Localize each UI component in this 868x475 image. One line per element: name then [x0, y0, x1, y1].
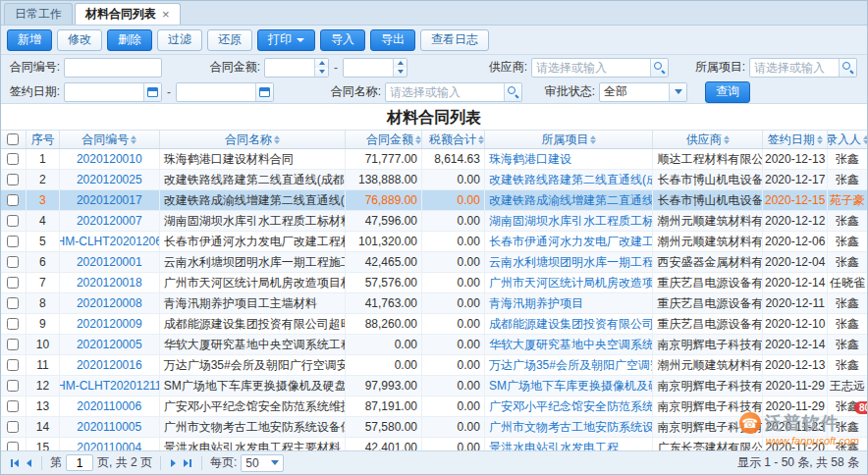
table-row[interactable]: 4 2020120007 湖南固湖坝水库引水工程质工标材料合同 47,596.0… [1, 211, 867, 232]
cell-project-link[interactable]: 华软大厦研究基地中央空调系统工程 [485, 335, 654, 354]
table-row[interactable]: 2 2020120025 改建铁路线路建第二线直通线(成都-西安)电... 13… [1, 170, 867, 190]
toolbar-button-edit[interactable]: 修改 [57, 29, 102, 51]
table-row[interactable]: 12 HM-CLHT20201211 SM广场地下车库更换摄像机及硬盘项目主要.… [1, 376, 867, 396]
cell-project-link[interactable]: 珠海鹤港口建设 [485, 149, 654, 169]
row-checkbox[interactable] [7, 442, 19, 450]
toolbar-button-print[interactable]: 打印 [257, 29, 315, 51]
cell-project-link[interactable]: 云南水利塘坝团明水库一期工程施工标 [485, 252, 654, 272]
search-button[interactable]: 查询 [705, 81, 750, 103]
table-row[interactable]: 7 2020120018 广州市天河区统计局机房改造项目材料合同 57,576.… [1, 273, 867, 293]
close-tab-icon[interactable]: × [162, 8, 170, 21]
sign-date-from-trigger[interactable] [143, 83, 161, 101]
toolbar-button-delete[interactable]: 删除 [107, 29, 152, 51]
column-header-name[interactable]: 合同名称 [160, 131, 347, 148]
spinner-up-icon[interactable] [315, 59, 328, 68]
cell-contract-code-link[interactable]: 2020120001 [60, 252, 160, 272]
row-checkbox[interactable] [7, 318, 19, 330]
spinner-down-icon[interactable] [315, 68, 328, 77]
row-checkbox[interactable] [7, 236, 19, 247]
row-checkbox[interactable] [7, 421, 19, 433]
cell-contract-code-link[interactable]: HM-CLHT20201206 [60, 232, 160, 251]
row-checkbox[interactable] [7, 174, 19, 185]
toolbar-button-filter[interactable]: 过滤 [157, 29, 202, 51]
table-row[interactable]: 13 2020110006 广安邓小平纪念馆安全防范系统维护保养项目... 87… [1, 396, 867, 417]
tab-material-contract-list[interactable]: 材料合同列表 × [75, 3, 181, 25]
table-row[interactable]: 8 2020120008 青海汛期养护项目工主墙材料 41,763.00 0.0… [1, 293, 867, 314]
approval-status-select[interactable] [599, 82, 687, 102]
cell-contract-code-link[interactable]: HM-CLHT20201211 [60, 376, 160, 396]
sign-date-from-input[interactable] [65, 83, 143, 101]
cell-project-link[interactable]: 湖南固湖坝水库引水工程质工标 [485, 211, 654, 231]
table-row[interactable]: 11 2020120016 万达广场35#会所及朝阳广行空调安装工程材料... … [1, 355, 867, 376]
cell-contract-code-link[interactable]: 2020120008 [60, 293, 160, 313]
approval-status-caret-trigger[interactable] [669, 83, 686, 101]
row-checkbox[interactable] [7, 256, 19, 268]
cell-contract-code-link[interactable]: 2020120018 [60, 273, 160, 292]
row-checkbox[interactable] [7, 153, 19, 165]
column-header-code[interactable]: 合同编号 [60, 131, 160, 148]
contract-name-input[interactable] [386, 83, 504, 101]
cell-contract-code-link[interactable]: 2020120016 [60, 355, 160, 375]
cell-contract-code-link[interactable]: 2020120025 [60, 170, 160, 189]
cell-contract-code-link[interactable]: 2020120010 [60, 149, 160, 169]
cell-project-link[interactable]: 改建铁路线路建第二线直通线(成都... [485, 170, 654, 189]
cell-contract-code-link[interactable]: 2020110006 [60, 396, 160, 416]
contract-no-input[interactable] [64, 58, 162, 78]
row-checkbox[interactable] [7, 380, 19, 392]
column-header-project[interactable]: 所属项目 [485, 131, 654, 148]
contract-name-search-trigger[interactable] [504, 83, 521, 101]
toolbar-button-export[interactable]: 导出 [370, 29, 415, 51]
cell-contract-code-link[interactable]: 2020120017 [60, 190, 160, 210]
table-row[interactable]: 1 2020120010 珠海鹤港口建设材料合同 71,777.00 8,614… [1, 149, 867, 170]
column-header-amount[interactable]: 合同金额 [346, 131, 422, 148]
row-checkbox[interactable] [7, 277, 19, 289]
row-checkbox[interactable] [7, 400, 19, 412]
column-header-by[interactable]: 录入人 [828, 131, 867, 148]
select-all-checkbox[interactable] [7, 133, 19, 145]
cell-contract-code-link[interactable]: 2020110004 [60, 438, 160, 450]
column-header-supplier[interactable]: 供应商 [653, 131, 763, 148]
cell-project-link[interactable]: 成都能源建设集团投资有限公司... [485, 314, 654, 334]
table-row[interactable]: 14 2020110005 广州市文物考古工地安防系统设备保修材料合同 57,5… [1, 417, 867, 438]
project-search-trigger[interactable] [839, 59, 856, 77]
table-row[interactable]: 10 2020120005 华软大厦研究基地中央空调系统工程材料合同 0.00 … [1, 335, 867, 355]
table-row[interactable]: 9 2020120009 成都能源建设集团投资有限公司超时办公楼... 88,2… [1, 314, 867, 335]
last-page-button[interactable] [182, 456, 193, 470]
row-checkbox[interactable] [7, 339, 19, 350]
table-row[interactable]: 5 HM-CLHT20201206 长春市伊通河水力发电厂改建工程材料合同 10… [1, 232, 867, 252]
cell-project-link[interactable]: SM广场地下车库更换摄像机及硬盘项目 [485, 376, 654, 396]
cell-project-link[interactable]: 广州市文物考古工地安防系统设备保修 [485, 417, 654, 437]
first-page-button[interactable] [9, 456, 21, 470]
cell-contract-code-link[interactable]: 2020120005 [60, 335, 160, 354]
prev-page-button[interactable] [25, 456, 33, 470]
toolbar-button-restore[interactable]: 还原 [207, 29, 252, 51]
table-row[interactable]: 3 2020120017 改建铁路成渝线增建第二线直通线(成渝段)采... 76… [1, 190, 867, 211]
row-checkbox[interactable] [7, 194, 19, 206]
spinner-down-icon[interactable] [394, 68, 407, 77]
project-input[interactable] [750, 59, 839, 77]
amount-max-input[interactable] [344, 59, 393, 77]
column-header-date[interactable]: 签约日期 [763, 131, 828, 148]
sign-date-to-input[interactable] [177, 83, 255, 101]
cell-project-link[interactable]: 广安邓小平纪念馆安全防范系统维护保养 [485, 396, 654, 416]
row-checkbox[interactable] [7, 297, 19, 309]
supplier-search-trigger[interactable] [650, 59, 668, 77]
cell-project-link[interactable]: 青海汛期养护项目 [485, 293, 654, 313]
cell-project-link[interactable]: 改建铁路成渝线增建第二直通线(成... [485, 190, 654, 210]
row-checkbox[interactable] [7, 215, 19, 227]
cell-project-link[interactable]: 长春市伊通河水力发电厂改建工程 [485, 232, 654, 251]
toolbar-button-view-log[interactable]: 查看日志 [420, 29, 489, 51]
sign-date-to-trigger[interactable] [255, 83, 273, 101]
table-row[interactable]: 6 2020120001 云南水利塘坝团明水库一期工程施工标材料合同 42,46… [1, 252, 867, 273]
cell-project-link[interactable]: 广州市天河区统计局机房改造项目 [485, 273, 654, 292]
column-header-no[interactable]: 序号 [27, 131, 60, 148]
next-page-button[interactable] [169, 456, 178, 470]
row-checkbox[interactable] [7, 359, 19, 371]
toolbar-button-import[interactable]: 导入 [320, 29, 365, 51]
spinner-up-icon[interactable] [394, 59, 407, 68]
cell-project-link[interactable]: 万达广场35#会所及朝阳广空调安装... [485, 355, 654, 375]
per-page-select[interactable]: 50 [241, 454, 284, 472]
cell-contract-code-link[interactable]: 2020120007 [60, 211, 160, 231]
tab-daily-work[interactable]: 日常工作 [4, 3, 73, 25]
cell-project-link[interactable]: 景洪水电站引水发电工程 [485, 438, 654, 450]
